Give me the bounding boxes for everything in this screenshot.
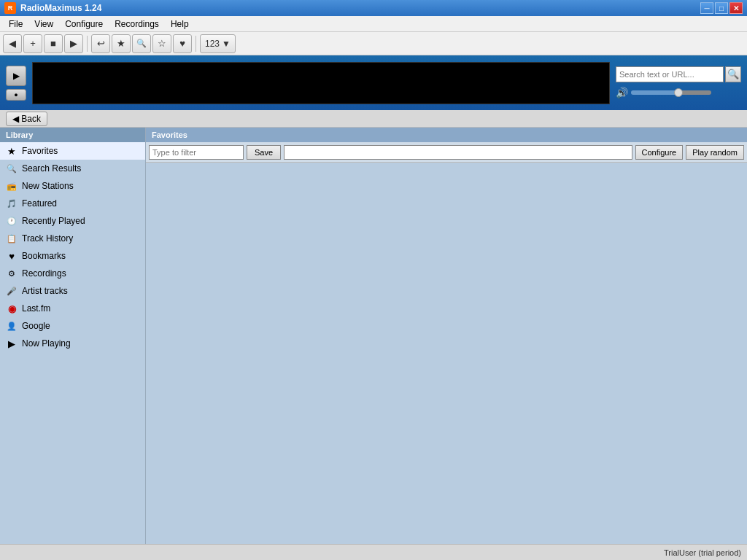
search-results-icon: 🔍	[6, 163, 18, 174]
play-button[interactable]: ▶	[64, 34, 83, 53]
search-button[interactable]: 🔍	[725, 66, 741, 82]
sidebar-item-featured-label: Featured	[22, 198, 57, 209]
menubar: File View Configure Recordings Help	[0, 16, 747, 32]
sidebar-item-artist-tracks-label: Artist tracks	[22, 286, 68, 296]
back-btn-row: ◀ Back	[0, 110, 747, 128]
number-dropdown-icon: ▼	[222, 39, 231, 49]
titlebar: R RadioMaximus 1.24 ─ □ ✕	[0, 0, 747, 16]
record-button[interactable]: ●	[6, 89, 26, 101]
app-icon: R	[4, 2, 16, 14]
sidebar-item-recently-played-label: Recently Played	[22, 216, 85, 226]
sidebar-item-bookmarks[interactable]: ♥ Bookmarks	[0, 247, 145, 265]
volume-slider[interactable]	[631, 90, 711, 95]
now-playing-icon: ▶	[6, 338, 18, 349]
sidebar-item-google[interactable]: 👤 Google	[0, 317, 145, 335]
menu-help[interactable]: Help	[165, 18, 195, 31]
recordings-icon: ⚙	[6, 268, 18, 279]
sidebar-item-now-playing[interactable]: ▶ Now Playing	[0, 335, 145, 352]
sidebar-item-search-results-label: Search Results	[22, 163, 81, 174]
number-label: 123	[205, 39, 220, 49]
main-content: Library ★ Favorites 🔍 Search Results 📻 N…	[0, 128, 747, 544]
star-toolbar-button[interactable]: ☆	[152, 34, 171, 53]
toolbar: ◀ + ■ ▶ ↩ ★ 🔍 ☆ ♥ 123 ▼	[0, 32, 747, 55]
titlebar-controls: ─ □ ✕	[700, 2, 743, 14]
sidebar-item-track-history-label: Track History	[22, 233, 73, 244]
sidebar-item-track-history[interactable]: 📋 Track History	[0, 230, 145, 247]
statusbar: TrialUser (trial period)	[0, 544, 747, 560]
app-title: RadioMaximus 1.24	[20, 3, 101, 13]
volume-icon[interactable]: 🔊	[616, 87, 628, 98]
favorites-panel-header: Favorites	[146, 128, 747, 142]
play-pause-button[interactable]: ▶	[6, 66, 26, 86]
status-text: TrialUser (trial period)	[664, 548, 741, 557]
recently-played-icon: 🕐	[6, 215, 18, 227]
toolbar-sep-2	[196, 36, 196, 52]
close-button[interactable]: ✕	[729, 2, 743, 14]
sidebar-item-google-label: Google	[22, 321, 50, 331]
sidebar-item-new-stations-label: New Stations	[22, 181, 74, 191]
right-panel: Favorites Save Configure Play random	[146, 128, 747, 544]
save-button[interactable]: Save	[247, 145, 281, 160]
filter-input[interactable]	[149, 145, 244, 160]
minimize-button[interactable]: ─	[700, 2, 713, 14]
favorites-icon: ★	[6, 145, 18, 157]
sidebar-item-now-playing-label: Now Playing	[22, 338, 71, 349]
artist-tracks-icon: 🎤	[6, 285, 18, 297]
sidebar-item-recordings[interactable]: ⚙ Recordings	[0, 265, 145, 282]
favorites-toolbar: Save Configure Play random	[146, 142, 747, 163]
sidebar-item-favorites[interactable]: ★ Favorites	[0, 142, 145, 160]
search-input[interactable]	[616, 66, 724, 82]
sidebar-item-artist-tracks[interactable]: 🎤 Artist tracks	[0, 282, 145, 300]
play-random-button[interactable]: Play random	[686, 145, 744, 160]
prev-button[interactable]: ◀	[3, 34, 22, 53]
sidebar-item-favorites-label: Favorites	[22, 146, 58, 156]
url-input[interactable]	[284, 145, 632, 160]
search-vol-area: 🔍 🔊	[616, 66, 741, 100]
menu-view[interactable]: View	[28, 18, 59, 31]
volume-row: 🔊	[616, 85, 741, 100]
back-button[interactable]: ◀ Back	[6, 112, 47, 126]
configure-button[interactable]: Configure	[635, 145, 684, 160]
new-stations-icon: 📻	[6, 180, 18, 192]
titlebar-left: R RadioMaximus 1.24	[4, 2, 101, 14]
search-toolbar-button[interactable]: 🔍	[132, 34, 151, 53]
back-toolbar-button[interactable]: ↩	[91, 34, 110, 53]
sidebar: Library ★ Favorites 🔍 Search Results 📻 N…	[0, 128, 146, 544]
visualization	[32, 62, 610, 104]
bookmarks-icon: ♥	[6, 250, 18, 262]
menu-file[interactable]: File	[3, 18, 28, 31]
sidebar-item-lastfm[interactable]: ◉ Last.fm	[0, 300, 145, 317]
sidebar-item-bookmarks-label: Bookmarks	[22, 251, 66, 261]
stop-button[interactable]: ■	[44, 34, 63, 53]
lastfm-icon: ◉	[6, 303, 18, 314]
toolbar-sep-1	[87, 36, 88, 52]
sidebar-item-featured[interactable]: 🎵 Featured	[0, 195, 145, 212]
heart-toolbar-button[interactable]: ♥	[173, 34, 192, 53]
sidebar-item-recently-played[interactable]: 🕐 Recently Played	[0, 212, 145, 230]
featured-icon: 🎵	[6, 198, 18, 209]
sidebar-item-search-results[interactable]: 🔍 Search Results	[0, 160, 145, 177]
content-area	[146, 163, 747, 544]
number-button[interactable]: 123 ▼	[200, 34, 236, 53]
player-area: ▶ ● 🔍 🔊	[0, 55, 747, 110]
track-history-icon: 📋	[6, 233, 18, 244]
search-bar-row: 🔍	[616, 66, 741, 82]
maximize-button[interactable]: □	[715, 2, 728, 14]
sidebar-item-recordings-label: Recordings	[22, 268, 66, 279]
menu-configure[interactable]: Configure	[59, 18, 109, 31]
sidebar-item-new-stations[interactable]: 📻 New Stations	[0, 177, 145, 195]
sidebar-item-lastfm-label: Last.fm	[22, 303, 50, 314]
google-icon: 👤	[6, 320, 18, 332]
library-header: Library	[0, 128, 145, 142]
add-button[interactable]: +	[23, 34, 42, 53]
favorites-toolbar-button[interactable]: ★	[112, 34, 131, 53]
play-controls: ▶ ●	[6, 66, 26, 101]
menu-recordings[interactable]: Recordings	[109, 18, 165, 31]
